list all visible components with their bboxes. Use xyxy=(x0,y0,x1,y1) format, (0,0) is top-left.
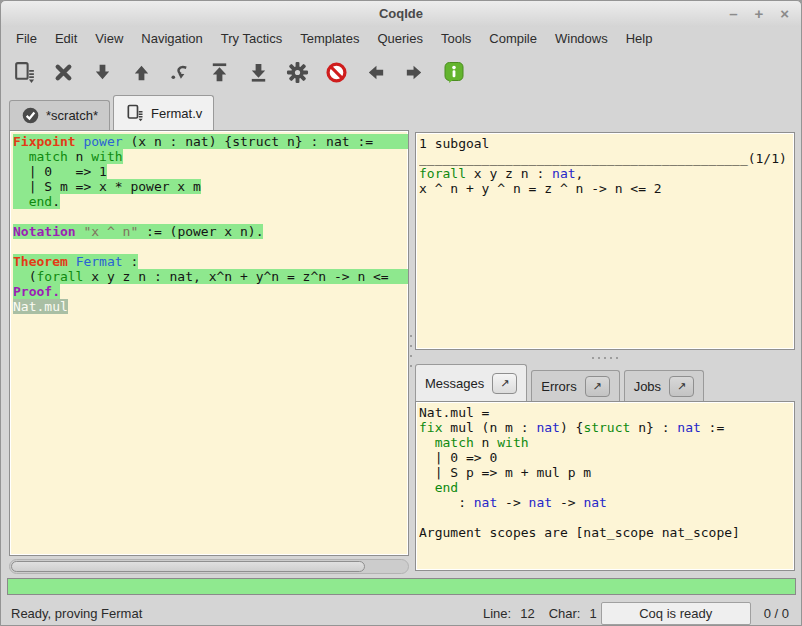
code-line: Argument scopes are [nat_scope nat_scope… xyxy=(419,525,794,540)
vertical-splitter[interactable] xyxy=(408,333,413,369)
code-line: | S p => m + mul p m xyxy=(419,465,794,480)
line-value: 12 xyxy=(520,606,534,621)
minimize-button[interactable]: – xyxy=(729,1,737,27)
document-icon xyxy=(125,103,145,123)
horizontal-scrollbar[interactable] xyxy=(9,559,409,574)
goal-pane[interactable]: 1 subgoal_______________________________… xyxy=(415,132,795,350)
menu-item-file[interactable]: File xyxy=(7,27,46,51)
coqide-window: CoqIde – + × FileEditViewNavigationTry T… xyxy=(0,0,802,626)
check-circle-icon xyxy=(21,106,40,125)
code-line: fix mul (n m : nat) {struct n} : nat := xyxy=(419,420,794,435)
scrollbar-thumb[interactable] xyxy=(11,561,365,572)
code-line: (forall x y z n : nat, x^n + y^n = z^n -… xyxy=(13,269,408,284)
code-line: ________________________________________… xyxy=(419,151,794,166)
code-line: Nat.mul = xyxy=(419,405,794,420)
toolbar xyxy=(1,51,801,93)
editor-tab-bar: *scratch* Fermat.v xyxy=(1,93,801,130)
code-line xyxy=(13,239,408,254)
menu-item-compile[interactable]: Compile xyxy=(480,27,546,51)
code-line xyxy=(419,510,794,525)
code-line: Nat.mul xyxy=(13,299,408,314)
detach-icon[interactable]: ↗ xyxy=(669,376,694,397)
tab-jobs[interactable]: Jobs ↗ xyxy=(624,370,704,401)
tab-jobs-label: Jobs xyxy=(634,379,661,394)
detach-icon[interactable]: ↗ xyxy=(585,376,610,397)
menu-item-edit[interactable]: Edit xyxy=(46,27,86,51)
code-line: forall x y z n : nat, xyxy=(419,166,794,181)
tab-errors[interactable]: Errors ↗ xyxy=(531,370,619,401)
progress-bar xyxy=(7,578,796,595)
menu-item-help[interactable]: Help xyxy=(617,27,662,51)
gear-icon[interactable] xyxy=(284,59,311,86)
info-icon[interactable] xyxy=(440,59,467,86)
script-editor[interactable]: Fixpoint power (x n : nat) {struct n} : … xyxy=(9,130,409,556)
tab-messages-label: Messages xyxy=(425,376,484,391)
maximize-button[interactable]: + xyxy=(754,1,763,27)
back-icon[interactable] xyxy=(362,59,389,86)
go-to-start-icon[interactable] xyxy=(206,59,233,86)
menu-item-navigation[interactable]: Navigation xyxy=(132,27,211,51)
code-line: | 0 => 1 xyxy=(13,164,408,179)
message-tab-bar: Messages ↗ Errors ↗ Jobs ↗ xyxy=(415,364,795,401)
go-to-cursor-icon[interactable] xyxy=(167,59,194,86)
document-icon[interactable] xyxy=(11,59,38,86)
code-line: Theorem Fermat : xyxy=(13,254,408,269)
menu-item-queries[interactable]: Queries xyxy=(368,27,432,51)
char-label: Char: xyxy=(549,606,581,621)
status-message: Ready, proving Fermat xyxy=(11,606,469,621)
forward-icon[interactable] xyxy=(401,59,428,86)
step-backward-icon[interactable] xyxy=(128,59,155,86)
code-line: : nat -> nat -> nat xyxy=(419,495,794,510)
messages-pane[interactable]: Nat.mul =fix mul (n m : nat) {struct n} … xyxy=(415,401,795,571)
menu-item-tools[interactable]: Tools xyxy=(432,27,480,51)
go-to-end-icon[interactable] xyxy=(245,59,272,86)
close-button[interactable]: × xyxy=(780,1,789,27)
menu-item-try-tactics[interactable]: Try Tactics xyxy=(212,27,291,51)
status-bar: Ready, proving Fermat Line: 12 Char: 1 C… xyxy=(1,599,801,626)
interrupt-icon[interactable] xyxy=(323,59,350,86)
code-line: Notation "x ^ n" := (power x n). xyxy=(13,224,408,239)
code-line: 1 subgoal xyxy=(419,136,794,151)
horizontal-splitter[interactable] xyxy=(415,353,795,362)
menu-item-templates[interactable]: Templates xyxy=(291,27,368,51)
detach-icon[interactable]: ↗ xyxy=(492,373,517,394)
code-line: | 0 => 0 xyxy=(419,450,794,465)
code-line: Fixpoint power (x n : nat) {struct n} : … xyxy=(13,134,408,149)
code-line: match n with xyxy=(419,435,794,450)
script-pane: Fixpoint power (x n : nat) {struct n} : … xyxy=(9,130,409,574)
window-title: CoqIde xyxy=(1,1,801,27)
code-line: Proof. xyxy=(13,284,408,299)
coq-status: Coq is ready xyxy=(601,602,751,625)
line-label: Line: xyxy=(483,606,511,621)
code-line: end. xyxy=(13,194,408,209)
tab-scratch-label: *scratch* xyxy=(46,108,98,123)
tab-fermat[interactable]: Fermat.v xyxy=(113,95,214,130)
code-line: end xyxy=(419,480,794,495)
menu-item-view[interactable]: View xyxy=(86,27,132,51)
step-forward-icon[interactable] xyxy=(89,59,116,86)
close-icon[interactable] xyxy=(50,59,77,86)
menu-item-windows[interactable]: Windows xyxy=(546,27,617,51)
code-line: | S m => x * power x m xyxy=(13,179,408,194)
char-value: 1 xyxy=(589,606,596,621)
tab-messages[interactable]: Messages ↗ xyxy=(415,364,527,401)
code-line: x ^ n + y ^ n = z ^ n -> n <= 2 xyxy=(419,181,794,196)
job-counter: 0 / 0 xyxy=(764,606,789,621)
code-line xyxy=(13,209,408,224)
code-line: match n with xyxy=(13,149,408,164)
menu-bar: FileEditViewNavigationTry TacticsTemplat… xyxy=(1,27,801,51)
tab-scratch[interactable]: *scratch* xyxy=(9,100,110,130)
title-bar[interactable]: CoqIde – + × xyxy=(1,1,801,27)
tab-fermat-label: Fermat.v xyxy=(151,106,202,121)
tab-errors-label: Errors xyxy=(541,379,576,394)
